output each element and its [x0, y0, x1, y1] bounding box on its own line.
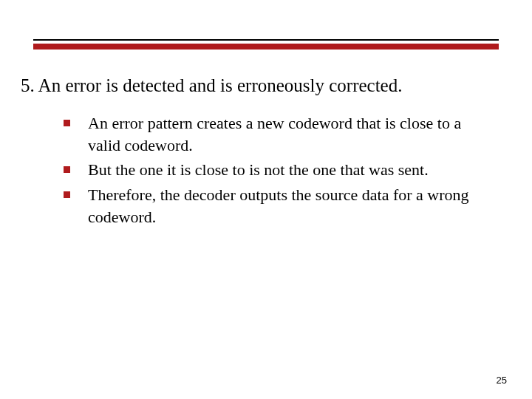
slide-heading: 5. An error is detected and is erroneous… [21, 74, 402, 97]
square-bullet-icon [64, 120, 70, 126]
list-item: An error pattern creates a new codeword … [64, 112, 485, 156]
bullet-text: An error pattern creates a new codeword … [88, 112, 485, 156]
list-item: Therefore, the decoder outputs the sourc… [64, 184, 485, 228]
rule-thick [33, 44, 499, 50]
bullet-text: But the one it is close to is not the on… [88, 159, 485, 181]
bullet-list: An error pattern creates a new codeword … [64, 112, 485, 231]
square-bullet-icon [64, 166, 70, 173]
bullet-text: Therefore, the decoder outputs the sourc… [88, 184, 485, 228]
rule-thin [33, 39, 499, 41]
page-number: 25 [497, 375, 507, 386]
list-item: But the one it is close to is not the on… [64, 159, 485, 181]
square-bullet-icon [64, 191, 70, 198]
